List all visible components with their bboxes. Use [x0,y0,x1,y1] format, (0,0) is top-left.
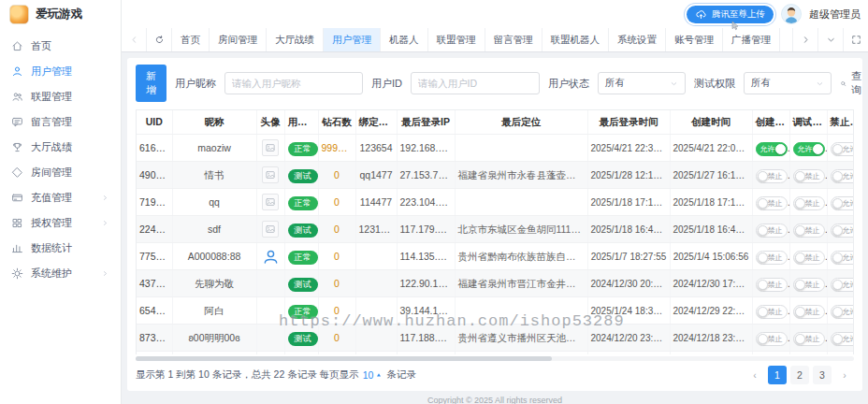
sidebar-item-lobby-record[interactable]: 大厅战绩 [0,135,121,160]
col-account: 绑定账号 [355,110,397,135]
cell-last-ip: 39.144.169.179 [397,297,455,325]
user-status-select[interactable]: 所有 [598,72,686,94]
cell-account: 114477 [355,189,397,216]
create-league-toggle[interactable]: 禁止 [756,196,788,210]
sidebar-item-system-maintain[interactable]: 系统维护 [0,261,121,286]
cell-avatar [256,189,284,216]
ban-login-toggle[interactable]: 允许 [831,142,855,156]
tab-user[interactable]: 用户管理 [324,28,381,51]
ban-login-toggle[interactable]: 允许 [831,224,855,238]
page-button-3[interactable]: 3 [813,366,832,384]
create-league-toggle[interactable]: 禁止 [756,305,788,319]
test-permission-select[interactable]: 所有 [744,72,832,94]
tab-league[interactable]: 联盟管理 [428,28,485,51]
cell-debug-permission: 禁止 [789,352,827,355]
create-league-toggle[interactable]: 禁止 [756,251,788,265]
recharge-icon [11,192,23,204]
fullscreen-button[interactable] [843,28,868,51]
debug-permission-toggle[interactable]: 禁止 [793,305,825,319]
debug-permission-toggle[interactable]: 禁止 [793,196,825,210]
debug-permission-toggle[interactable]: 允许 [793,142,825,156]
ban-login-toggle[interactable]: 允许 [831,332,855,346]
cell-account [355,243,397,270]
tabs-forward-button[interactable] [792,28,817,51]
user-id-input[interactable] [411,72,540,94]
ban-login-toggle[interactable]: 允许 [831,278,855,292]
tab-system[interactable]: 系统设置 [609,28,666,51]
create-league-toggle[interactable]: 允许 [756,142,788,156]
ban-login-toggle[interactable]: 允许 [831,169,855,183]
debug-permission-toggle[interactable]: 禁止 [793,251,825,265]
tab-league-robot[interactable]: 联盟机器人 [542,28,610,51]
table-row: 490761情书测试0qq147727.153.71.199福建省泉州市永春县蓬… [137,162,854,189]
user-type-badge: 测试 [288,169,318,183]
ban-login-toggle[interactable]: 允许 [831,305,855,319]
toggle-knob [775,144,786,154]
create-league-toggle[interactable]: 禁止 [756,332,788,346]
page-prev-button[interactable]: ‹ [745,366,764,384]
sidebar-item-user-manage[interactable]: 用户管理 [0,59,121,84]
sidebar-item-home[interactable]: 首页 [0,34,121,59]
toggle-label: 允许 [843,141,855,157]
page-button-2[interactable]: 2 [790,366,809,384]
add-user-button[interactable]: 新增 [136,65,166,102]
tabs-menu-button[interactable] [817,28,843,51]
cell-last-location: 福建省泉州市永春县蓬壶镇附近的村委会 [455,162,587,189]
toggle-knob [832,334,843,344]
tab-room[interactable]: 房间管理 [210,28,267,51]
sidebar-item-recharge-manage[interactable]: 充值管理 [0,185,121,210]
cell-user-type: 正常 [284,352,318,355]
cell-debug-permission: 禁止 [789,325,827,352]
sidebar-item-room-manage[interactable]: 房间管理 [0,160,121,185]
sidebar-item-message-manage[interactable]: 留言管理 [0,109,121,135]
per-page-select[interactable]: 10 [363,369,383,381]
cell-account [355,352,397,355]
tabs-back-button[interactable] [122,28,147,51]
cell-debug-permission: 禁止 [789,162,827,189]
tabs-refresh-button[interactable] [147,28,172,51]
cell-last-ip: 27.153.71.199 [397,162,455,189]
debug-permission-toggle[interactable]: 禁止 [793,278,825,292]
ban-login-toggle[interactable]: 允许 [831,196,855,210]
filter-fields: 用户昵称用户ID用户状态所有测试权限所有 [175,72,832,94]
sidebar-item-data-stats[interactable]: 数据统计 [0,236,121,261]
table-row: 775538A000088:88正常0114.135.17.77贵州省黔南布依族… [137,243,854,270]
tab-home[interactable]: 首页 [172,28,210,51]
admin-avatar[interactable] [781,4,802,24]
horizontal-scrollbar[interactable] [136,356,854,361]
toggle-label: 禁止 [768,250,783,266]
create-league-toggle[interactable]: 禁止 [756,278,788,292]
cell-diamonds: 999997 [318,135,355,162]
scrollbar-thumb[interactable] [136,356,552,361]
page-button-1[interactable]: 1 [768,366,787,384]
nickname-input[interactable] [224,72,363,94]
cell-avatar [256,297,284,325]
debug-permission-toggle[interactable]: 禁止 [793,224,825,238]
ban-login-toggle[interactable]: 允许 [831,251,855,265]
users-icon [11,91,23,103]
cell-created: 2025/1/18 17:17:00 [670,189,752,216]
tab-lobby[interactable]: 大厅战绩 [267,28,324,51]
search-button[interactable]: 查询 [840,69,863,97]
page-next-button[interactable]: › [835,366,854,384]
sidebar-item-league-manage[interactable]: 联盟管理 [0,84,121,109]
sidebar-item-label: 联盟管理 [31,90,72,104]
col-nickname: 昵称 [172,110,256,135]
sidebar-item-license-manage[interactable]: 授权管理 [0,210,121,236]
filter-label-test-permission: 测试权限 [694,77,735,91]
tab-robot[interactable]: 机器人 [381,28,428,51]
refresh-icon [154,35,165,45]
tab-list: 首页房间管理大厅战绩用户管理机器人联盟管理留言管理联盟机器人系统设置账号管理广播… [172,28,792,51]
debug-permission-toggle[interactable]: 禁止 [793,332,825,346]
tab-message[interactable]: 留言管理 [485,28,542,51]
create-league-toggle[interactable]: 禁止 [756,224,788,238]
tab-broadcast[interactable]: 广播管理 [723,28,780,51]
create-league-toggle[interactable]: 禁止 [756,169,788,183]
tab-account[interactable]: 账号管理 [666,28,723,51]
cell-last-login: 2024/12/20 23:01:07 [587,325,670,352]
debug-permission-toggle[interactable]: 禁止 [793,169,825,183]
col-last-location: 最后定位 [455,110,587,135]
cell-last-login: 2025/1/28 12:13:11 [587,162,670,189]
cell-create-league: 禁止 [752,270,789,297]
cell-avatar [256,352,284,355]
